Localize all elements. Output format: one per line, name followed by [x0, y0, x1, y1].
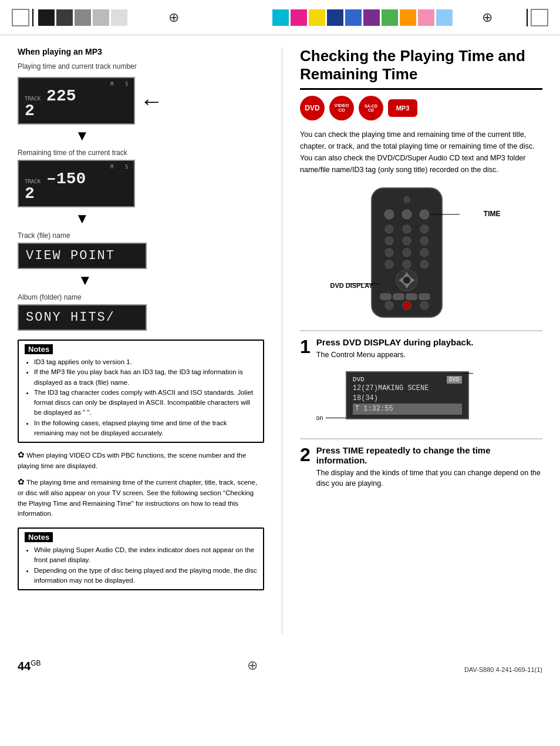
view-point-text: VIEW POINT: [26, 248, 139, 263]
register-mark-right: [527, 9, 528, 26]
svg-point-9: [403, 237, 411, 245]
footer-model: DAV-S880 4-241-069-11(1): [464, 666, 542, 673]
track-file-label: Track (file) name: [18, 231, 264, 240]
color-block-blue2: [345, 9, 362, 26]
dvd-display-line: [348, 281, 383, 293]
menu-dvd-label: DVD: [353, 376, 365, 384]
arrow-3-wrap: ▼: [18, 272, 153, 288]
svg-point-14: [385, 260, 393, 268]
svg-rect-23: [380, 294, 391, 300]
note-item: If the MP3 file you play back has an ID3…: [34, 367, 257, 388]
step-1-content: Press DVD DISPLAY during playback. The C…: [316, 337, 474, 429]
step-2-body: The display and the kinds of time that y…: [316, 468, 542, 490]
svg-point-5: [385, 225, 393, 233]
svg-point-28: [403, 301, 411, 310]
step-2-inner: 2 Press TIME repeatedly to change the ti…: [300, 445, 542, 490]
step-1-section: 1 Press DVD DISPLAY during playback. The…: [300, 330, 542, 429]
svg-point-4: [420, 210, 429, 219]
page-footer: 44GB ⊕ DAV-S880 4-241-069-11(1): [0, 652, 560, 681]
step-2-content: Press TIME repeatedly to change the time…: [316, 445, 542, 490]
page-number: 44GB: [18, 659, 41, 673]
control-menu-area: DVD DVD 12(27)MAKING SCENE 18(34) T 1:32…: [322, 367, 469, 424]
arrow-2-wrap: ▼: [18, 210, 147, 227]
badge-dvd-label: DVD: [305, 105, 319, 112]
badge-dvd: DVD: [300, 96, 325, 120]
badge-mp3: MP3: [388, 99, 417, 117]
section-title-mp3: When playing an MP3: [18, 47, 264, 56]
svg-rect-26: [419, 294, 430, 300]
m-label-2: M: [110, 164, 113, 170]
color-block-5: [111, 9, 127, 26]
track-num-2: 2: [25, 184, 41, 203]
color-block-magenta: [291, 9, 307, 26]
color-block-blue1: [327, 9, 343, 26]
tip-icon-1: ✿: [18, 450, 25, 459]
svg-point-11: [385, 248, 393, 257]
down-arrow-2: ▼: [75, 210, 89, 227]
corner-mark-right: [531, 9, 548, 26]
menu-top-row: DVD DVD: [353, 376, 462, 384]
svg-point-15: [403, 260, 411, 268]
svg-point-27: [385, 301, 393, 310]
badge-vcd-label2: CD: [338, 108, 345, 113]
time-info-line: [326, 418, 346, 418]
register-mark: [32, 9, 33, 26]
badge-mp3-label: MP3: [396, 105, 410, 112]
svg-point-2: [384, 210, 394, 219]
note-item: ID3 tag applies only to version 1.: [34, 357, 257, 367]
svg-point-6: [403, 225, 411, 233]
menu-line-3: T 1:32:55: [353, 404, 462, 415]
page-number-sup: GB: [31, 659, 41, 667]
display1-area: M S TRACK 2 225 ←: [18, 74, 264, 127]
down-arrow-1: ▼: [75, 127, 89, 144]
color-block-ltblue: [436, 9, 453, 26]
column-divider: [282, 47, 282, 634]
display-panel-1: M S TRACK 2 225: [18, 77, 135, 125]
step-1-body: The Control Menu appears.: [316, 350, 474, 361]
menu-line-1: 12(27)MAKING SCENE: [353, 384, 462, 394]
color-block-purple: [363, 9, 380, 26]
svg-point-12: [403, 248, 411, 257]
color-block-cyan: [272, 9, 289, 26]
notes-title-2: Notes: [25, 532, 53, 542]
right-title: Checking the Playing Time and Remaining …: [300, 47, 542, 90]
crosshair-center-left: ⊕: [168, 10, 179, 25]
remote-wrap: TIME DVD DISPLAY: [348, 185, 495, 322]
note-item: In the following cases, elapsed playing …: [34, 418, 257, 439]
svg-point-16: [420, 260, 429, 268]
track-label-1: TRACK: [25, 96, 41, 102]
right-column: Checking the Playing Time and Remaining …: [300, 47, 542, 634]
note-item: The ID3 tag character codes comply with …: [34, 388, 257, 418]
m-label: M: [110, 82, 113, 87]
badge-sacd: SA-CD CD: [359, 96, 383, 120]
color-block-green: [382, 9, 398, 26]
badge-sacd-label: SA-CD: [365, 104, 377, 109]
track-num-1: 2: [25, 102, 41, 120]
color-block-orange: [400, 9, 416, 26]
svg-point-22: [403, 277, 410, 284]
tip-1: ✿ When playing VIDEO CDs with PBC functi…: [18, 449, 264, 471]
color-blocks-right: [272, 9, 453, 26]
color-block-2: [56, 9, 73, 26]
badge-sacd-label2: CD: [368, 108, 374, 113]
album-folder-label: Album (folder) name: [18, 293, 264, 301]
remote-area: TIME DVD DISPLAY: [300, 185, 542, 322]
svg-point-7: [420, 225, 429, 233]
svg-point-13: [420, 248, 429, 257]
playing-time-label: Playing time and current track number: [18, 62, 264, 70]
display-panel-3: VIEW POINT: [18, 243, 147, 269]
crosshair-bottom: ⊕: [247, 658, 258, 673]
control-menu-display: DVD DVD 12(27)MAKING SCENE 18(34) T 1:32…: [346, 371, 469, 419]
menu-line-2: 18(34): [353, 394, 462, 404]
top-color-bar: ⊕ ⊕: [0, 0, 560, 35]
track-row-1: TRACK 2 225: [25, 87, 128, 120]
notes-list-1: ID3 tag applies only to version 1. If th…: [25, 357, 257, 438]
notes-title-1: Notes: [25, 344, 53, 354]
tip-2: ✿ The playing time and remaining time of…: [18, 476, 264, 519]
color-block-pink: [418, 9, 434, 26]
s-label: S: [125, 82, 128, 87]
step-1-inner: 1 Press DVD DISPLAY during playback. The…: [300, 337, 542, 429]
step-1-heading: Press DVD DISPLAY during playback.: [316, 337, 474, 347]
svg-rect-25: [406, 294, 417, 300]
step-2-section: 2 Press TIME repeatedly to change the ti…: [300, 438, 542, 490]
